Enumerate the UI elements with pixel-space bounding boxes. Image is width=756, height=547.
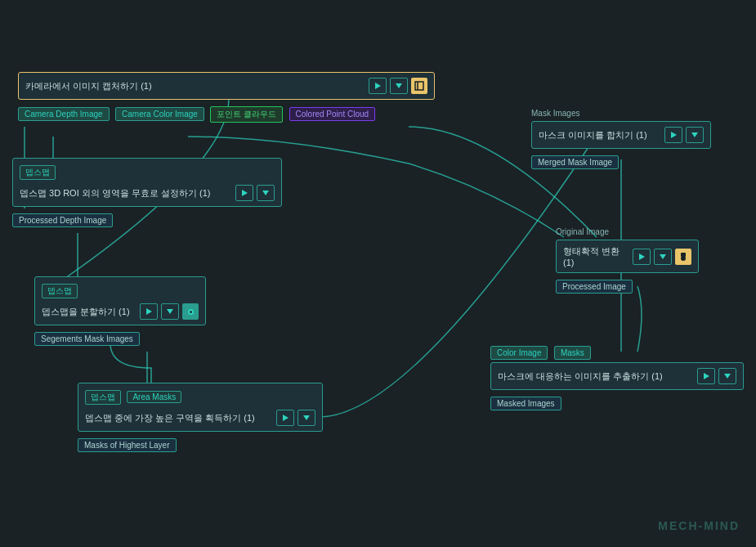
- port-pointcloud[interactable]: 포인트 클라우드: [210, 106, 283, 123]
- highest-down-btn[interactable]: [297, 410, 315, 426]
- segment-icon-btn[interactable]: [182, 303, 199, 320]
- highest-play-btn[interactable]: [276, 410, 294, 426]
- mask-images-title: 마스크 이미지를 합치기 (1): [539, 129, 660, 141]
- depth-tag: 뎁스맵: [20, 165, 56, 180]
- morph-down-btn[interactable]: [654, 249, 672, 265]
- segment-tag: 뎁스맵: [42, 284, 78, 298]
- segment-title: 뎁스맵을 분할하기 (1): [42, 306, 135, 318]
- capture-title: 카메라에서 이미지 캡처하기 (1): [25, 80, 364, 92]
- port-camera-color[interactable]: Camera Color Image: [115, 107, 204, 121]
- highest-layer-node: 뎁스맵 Area Masks 뎁스맵 중에 가장 높은 구역을 획득하기 (1)…: [78, 383, 323, 452]
- depth-output-label: Processed Depth Image: [12, 213, 113, 227]
- port-camera-depth[interactable]: Camera Depth Image: [18, 107, 110, 121]
- morph-node: Original Image 형태확적 변환 (1) Processed Ima…: [556, 227, 699, 294]
- morph-play-btn[interactable]: [633, 249, 651, 265]
- capture-node: 카메라에서 이미지 캡처하기 (1) Camera Depth Image Ca…: [18, 72, 435, 123]
- extract-down-btn[interactable]: [718, 368, 736, 384]
- segment-node: 뎁스맵 뎁스맵을 분할하기 (1) Segements Mask Images: [34, 276, 206, 346]
- mask-images-play-btn[interactable]: [664, 127, 682, 143]
- depth-play-btn[interactable]: [235, 185, 253, 201]
- mask-images-down-btn[interactable]: [686, 127, 704, 143]
- svg-point-3: [190, 311, 192, 313]
- segment-play-btn[interactable]: [140, 303, 158, 320]
- capture-play-btn[interactable]: [369, 78, 387, 94]
- highest-tag1: 뎁스맵: [85, 390, 121, 405]
- capture-icon-btn[interactable]: [411, 78, 427, 94]
- extract-play-btn[interactable]: [697, 368, 715, 384]
- mask-images-node: Mask Images 마스크 이미지를 합치기 (1) Merged Mask…: [531, 109, 711, 169]
- capture-down-btn[interactable]: [390, 78, 408, 94]
- morph-section-label: Original Image: [556, 227, 699, 236]
- morph-icon-btn[interactable]: [675, 249, 691, 265]
- svg-rect-0: [415, 82, 423, 90]
- main-canvas: 카메라에서 이미지 캡처하기 (1) Camera Depth Image Ca…: [0, 0, 756, 547]
- highest-tag2: Area Masks: [127, 391, 181, 403]
- segment-output-label: Segements Mask Images: [34, 332, 140, 346]
- segment-down-btn[interactable]: [161, 303, 179, 320]
- svg-rect-5: [681, 253, 686, 257]
- extract-node: Color Image Masks 마스크에 대응하는 이미지를 추출하기 (1…: [490, 342, 744, 410]
- mask-images-output-label: Merged Mask Image: [531, 155, 619, 169]
- morph-output-label: Processed Image: [556, 280, 633, 294]
- extract-output-label: Masked Images: [490, 397, 561, 410]
- morph-title: 형태확적 변환 (1): [563, 245, 628, 267]
- extract-title: 마스크에 대응하는 이미지를 추출하기 (1): [498, 370, 692, 383]
- highest-output-label: Masks of Highest Layer: [78, 438, 177, 452]
- depth-title: 뎁스맵 3D ROI 외의 영역을 무효로 설정하기 (1): [20, 187, 230, 200]
- depth-down-btn[interactable]: [257, 185, 275, 201]
- extract-port2[interactable]: Masks: [554, 346, 591, 360]
- highest-title: 뎁스맵 중에 가장 높은 구역을 획득하기 (1): [85, 412, 271, 424]
- watermark: MECH-MIND: [658, 519, 740, 532]
- depth-process-node: 뎁스맵 뎁스맵 3D ROI 외의 영역을 무효로 설정하기 (1) Proce…: [12, 158, 282, 227]
- port-colored-pointcloud[interactable]: Colored Point Cloud: [289, 107, 376, 121]
- mask-images-section-label: Mask Images: [531, 109, 711, 118]
- extract-port1[interactable]: Color Image: [490, 346, 548, 360]
